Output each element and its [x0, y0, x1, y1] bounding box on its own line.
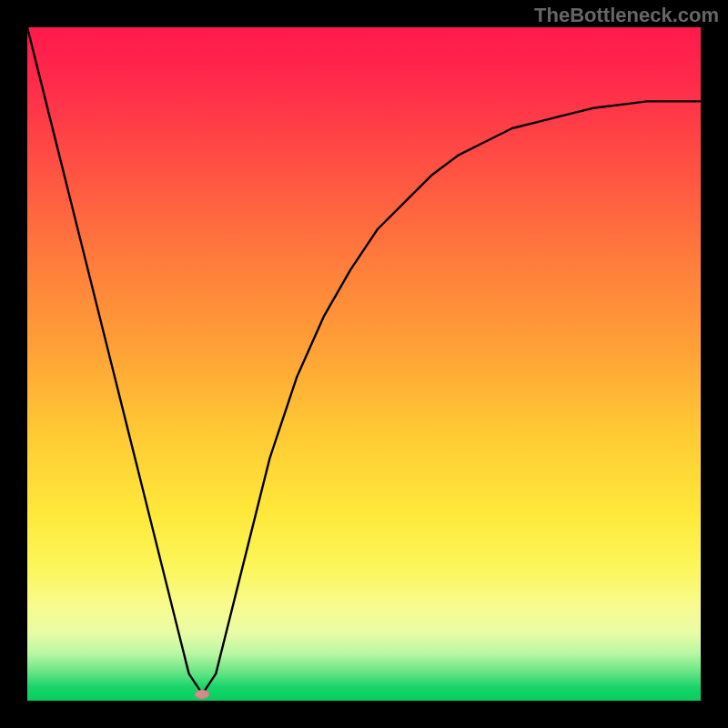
watermark-text: TheBottleneck.com — [534, 4, 719, 27]
chart-frame: TheBottleneck.com — [0, 0, 728, 728]
min-dot — [195, 690, 209, 699]
curve-svg — [27, 27, 701, 701]
plot-area — [27, 27, 701, 701]
curve-path — [27, 27, 701, 694]
